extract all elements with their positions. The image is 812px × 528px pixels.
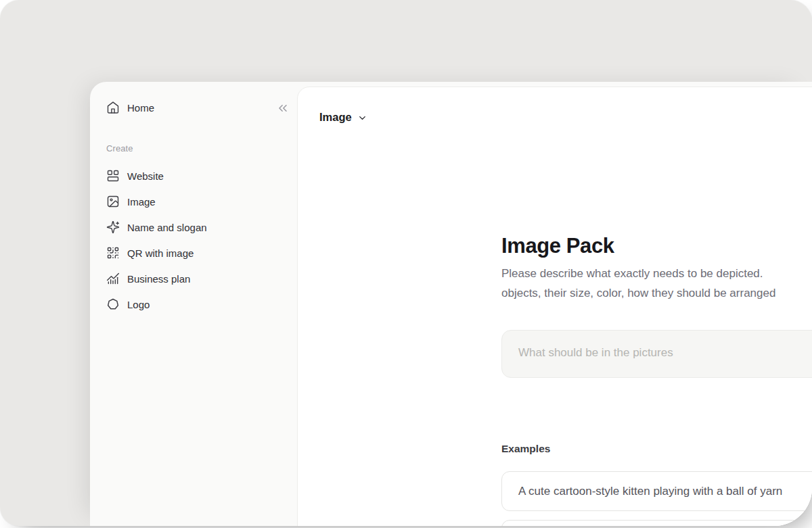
- logo-shape-icon: [106, 297, 120, 311]
- sidebar-item-website[interactable]: Website: [106, 163, 287, 189]
- image-type-dropdown[interactable]: Image: [319, 108, 367, 126]
- sidebar-item-business-plan[interactable]: Business plan: [106, 266, 287, 291]
- content-panel: Image Image Pack Please describe what ex…: [297, 87, 812, 526]
- sidebar-header: Home: [106, 99, 281, 116]
- page-title: Image Pack: [501, 234, 812, 258]
- app-window: Home Create: [90, 82, 812, 526]
- chevrons-left-icon[interactable]: [276, 101, 290, 115]
- sidebar-section-label: Create: [106, 143, 133, 153]
- website-layout-icon: [106, 169, 120, 183]
- sidebar-item-logo[interactable]: Logo: [106, 291, 287, 317]
- prompt-input[interactable]: [501, 330, 812, 378]
- sidebar: Home Create: [90, 82, 298, 526]
- example-text: A cute cartoon-style kitten playing with…: [518, 485, 782, 498]
- sparkles-icon: [106, 220, 120, 234]
- sidebar-item-home[interactable]: Home: [106, 101, 281, 114]
- example-suggestion[interactable]: [501, 520, 812, 526]
- image-icon: [106, 195, 120, 208]
- sidebar-item-label: Name and slogan: [127, 222, 207, 233]
- page-description-line2: objects, their size, color, how they sho…: [501, 283, 812, 303]
- house-icon: [106, 101, 120, 114]
- chevron-down-icon: [357, 113, 367, 123]
- sidebar-nav: Website Image: [106, 163, 287, 317]
- sidebar-item-label: Website: [127, 170, 164, 182]
- sidebar-item-qr-with-image[interactable]: QR with image: [106, 240, 287, 266]
- qr-code-icon: [106, 246, 120, 260]
- screenshot-frame: Home Create: [0, 0, 812, 526]
- sidebar-item-label: Business plan: [127, 273, 190, 285]
- examples-heading: Examples: [501, 443, 550, 455]
- page-description: Please describe what exactly needs to be…: [501, 264, 812, 306]
- sidebar-item-label: Image: [127, 196, 156, 208]
- chart-growth-icon: [106, 272, 120, 285]
- sidebar-item-label: Home: [127, 102, 154, 114]
- sidebar-item-image[interactable]: Image: [106, 189, 287, 214]
- example-suggestion[interactable]: A cute cartoon-style kitten playing with…: [501, 471, 812, 511]
- page-description-line1: Please describe what exactly needs to be…: [501, 264, 812, 283]
- sidebar-item-label: QR with image: [127, 247, 194, 259]
- dropdown-value: Image: [319, 111, 352, 124]
- sidebar-item-name-and-slogan[interactable]: Name and slogan: [106, 214, 287, 240]
- sidebar-item-label: Logo: [127, 299, 150, 310]
